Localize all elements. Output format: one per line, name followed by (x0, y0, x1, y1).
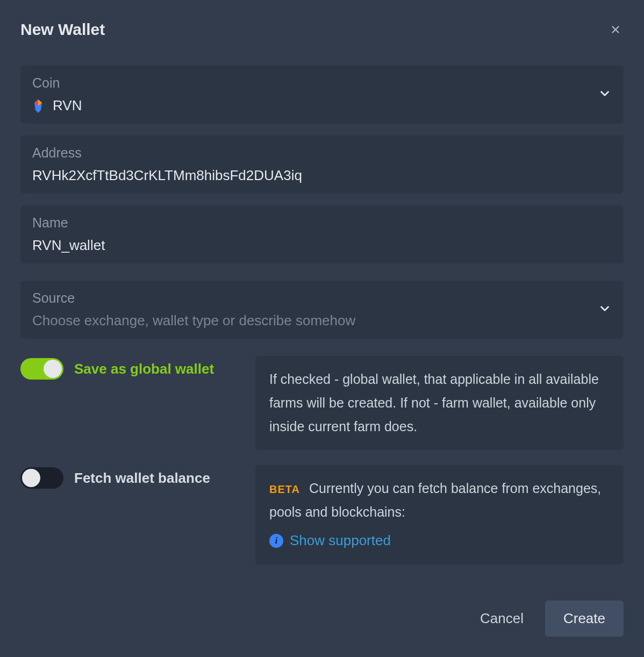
cancel-button[interactable]: Cancel (475, 602, 529, 635)
close-icon (610, 24, 621, 35)
fetch-balance-toggle-group: Fetch wallet balance (20, 465, 244, 489)
coin-field[interactable]: Coin RVN (20, 66, 624, 124)
coin-label: Coin (32, 75, 612, 91)
fetch-balance-info: BETA Currently you can fetch balance fro… (255, 465, 624, 565)
coin-value: RVN (53, 97, 82, 114)
show-supported-link[interactable]: Show supported (290, 529, 391, 553)
modal-footer: Cancel Create (475, 601, 624, 637)
source-field[interactable]: Source Choose exchange, wallet type or d… (20, 281, 624, 339)
fetch-balance-info-text: Currently you can fetch balance from exc… (269, 481, 601, 519)
address-value: RVHk2XcfTtBd3CrKLTMm8hibsFd2DUA3iq (32, 167, 612, 184)
beta-badge: BETA (269, 483, 300, 495)
rvn-icon (32, 98, 44, 113)
name-field[interactable]: Name RVN_wallet (20, 205, 624, 263)
create-button[interactable]: Create (545, 601, 624, 637)
new-wallet-modal: New Wallet Coin RVN (0, 0, 644, 657)
fetch-balance-toggle[interactable] (20, 467, 63, 489)
address-field[interactable]: Address RVHk2XcfTtBd3CrKLTMm8hibsFd2DUA3… (20, 135, 624, 194)
source-placeholder: Choose exchange, wallet type or describe… (32, 312, 612, 329)
close-button[interactable] (607, 22, 624, 38)
fetch-balance-label: Fetch wallet balance (74, 470, 210, 487)
fetch-balance-row: Fetch wallet balance BETA Currently you … (20, 465, 624, 565)
source-label: Source (32, 290, 612, 306)
info-icon: i (269, 534, 283, 548)
toggle-knob (22, 469, 40, 487)
modal-title: New Wallet (20, 20, 105, 39)
global-wallet-row: Save as global wallet If checked - globa… (20, 356, 624, 450)
global-wallet-info: If checked - global wallet, that applica… (255, 356, 624, 450)
global-wallet-label: Save as global wallet (74, 361, 214, 377)
name-label: Name (32, 215, 612, 231)
address-label: Address (32, 145, 612, 161)
global-wallet-toggle[interactable] (20, 358, 63, 380)
coin-value-row: RVN (32, 97, 612, 114)
chevron-down-icon (598, 302, 612, 318)
modal-body: Coin RVN Address RVHk2XcfTtBd3CrK (0, 39, 644, 565)
name-value: RVN_wallet (32, 237, 612, 254)
show-supported-row: i Show supported (269, 529, 610, 553)
global-wallet-toggle-group: Save as global wallet (20, 356, 244, 380)
chevron-down-icon (598, 87, 612, 103)
global-wallet-info-text: If checked - global wallet, that applica… (269, 372, 599, 434)
toggle-knob (44, 360, 62, 378)
modal-header: New Wallet (0, 0, 644, 39)
